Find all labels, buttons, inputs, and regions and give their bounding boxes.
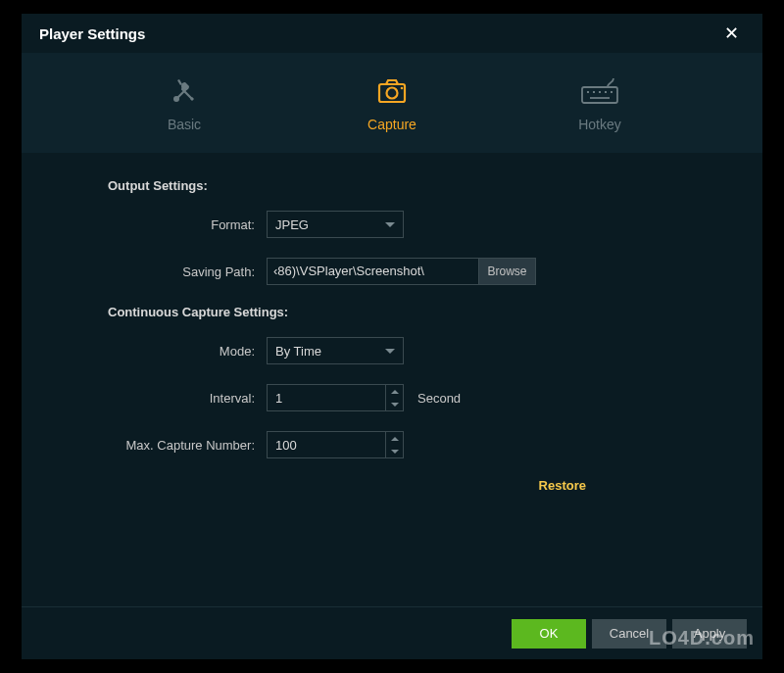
path-input[interactable]: ‹86)\VSPlayer\Screenshot\ — [267, 258, 479, 285]
arrow-up-icon — [391, 390, 399, 394]
tab-hotkey-label: Hotkey — [578, 117, 621, 132]
footer: OK Cancel Apply — [22, 606, 762, 659]
settings-window: Player Settings ✕ Basic — [22, 14, 762, 659]
interval-down[interactable] — [386, 398, 403, 410]
tabs: Basic Capture — [22, 53, 762, 153]
interval-unit: Second — [417, 391, 461, 406]
window-title: Player Settings — [39, 25, 145, 42]
mode-label: Mode: — [71, 344, 267, 359]
row-format: Format: JPEG — [71, 211, 713, 238]
format-select[interactable]: JPEG — [267, 211, 404, 238]
titlebar: Player Settings ✕ — [22, 14, 762, 53]
chevron-down-icon — [385, 222, 395, 227]
wrench-icon — [167, 73, 202, 109]
cancel-button[interactable]: Cancel — [592, 619, 666, 649]
camera-icon — [374, 73, 410, 109]
row-max: Max. Capture Number: 100 — [71, 431, 713, 458]
mode-select[interactable]: By Time — [267, 337, 404, 364]
interval-up[interactable] — [386, 385, 403, 398]
chevron-down-icon — [385, 349, 395, 354]
tab-capture[interactable]: Capture — [333, 73, 451, 132]
svg-point-2 — [387, 88, 398, 99]
apply-button[interactable]: Apply — [672, 619, 747, 649]
arrow-down-icon — [391, 450, 399, 454]
svg-point-3 — [401, 87, 404, 90]
path-label: Saving Path: — [71, 264, 267, 279]
interval-value: 1 — [268, 391, 385, 406]
svg-point-0 — [173, 96, 179, 102]
continuous-heading: Continuous Capture Settings: — [108, 305, 713, 319]
browse-button[interactable]: Browse — [479, 258, 536, 285]
max-spinner[interactable]: 100 — [267, 431, 404, 458]
tab-basic-label: Basic — [168, 117, 201, 132]
output-heading: Output Settings: — [108, 178, 713, 193]
restore-link[interactable]: Restore — [539, 478, 586, 493]
tab-capture-label: Capture — [368, 117, 416, 132]
max-down[interactable] — [386, 445, 403, 457]
tab-basic[interactable]: Basic — [125, 73, 243, 132]
svg-rect-4 — [582, 87, 617, 103]
format-label: Format: — [71, 217, 267, 232]
row-path: Saving Path: ‹86)\VSPlayer\Screenshot\ B… — [71, 258, 713, 285]
arrow-down-icon — [391, 403, 399, 407]
interval-label: Interval: — [71, 391, 267, 406]
keyboard-icon — [578, 73, 621, 109]
content: Output Settings: Format: JPEG Saving Pat… — [22, 153, 762, 606]
max-up[interactable] — [386, 432, 403, 445]
tab-hotkey[interactable]: Hotkey — [541, 73, 659, 132]
close-button[interactable]: ✕ — [716, 19, 747, 48]
max-value: 100 — [268, 438, 385, 453]
arrow-up-icon — [391, 437, 399, 441]
mode-value: By Time — [275, 344, 321, 359]
interval-spinner[interactable]: 1 — [267, 384, 404, 411]
row-mode: Mode: By Time — [71, 337, 713, 364]
ok-button[interactable]: OK — [512, 619, 586, 649]
row-interval: Interval: 1 Second — [71, 384, 713, 411]
max-label: Max. Capture Number: — [71, 438, 267, 453]
format-value: JPEG — [275, 217, 309, 232]
